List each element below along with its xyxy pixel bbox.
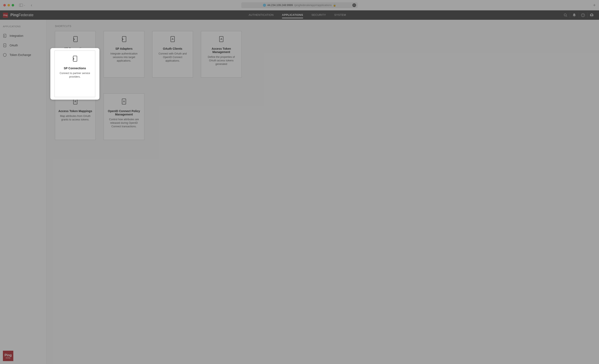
address-host: 44.234.109.248:9999 — [267, 4, 293, 7]
card-desc: Connect with OAuth and OpenID Connect ap… — [155, 52, 190, 62]
sidebar-heading: APPLICATIONS — [0, 24, 46, 31]
plus-icon: + — [593, 2, 596, 8]
sidebar-panel-icon — [19, 4, 23, 7]
card-desc: Connect to partner service providers. — [58, 71, 92, 79]
bell-icon — [573, 13, 576, 17]
sp-adapters-icon — [121, 36, 127, 42]
app-header: Ping PingFederate AUTHENTICATION APPLICA… — [0, 10, 599, 20]
maximize-window-icon[interactable] — [12, 4, 14, 7]
oauth-clients-icon: A — [170, 36, 176, 42]
card-desc: Control how attributes are released duri… — [107, 118, 141, 128]
nav-security[interactable]: SECURITY — [311, 12, 326, 18]
card-oauth-clients[interactable]: A OAuth Clients Connect with OAuth and O… — [152, 31, 193, 78]
sidebar-item-oauth[interactable]: A OAuth — [0, 41, 46, 50]
access-token-management-icon: A — [218, 36, 224, 42]
sidebar-toggle-button[interactable]: ⌄ — [19, 4, 25, 7]
svg-text:A: A — [74, 100, 76, 103]
header-icons: ? — [561, 12, 596, 18]
card-openid-connect-policy[interactable]: A OpenID Connect Policy Management Contr… — [104, 93, 144, 140]
minimize-window-icon[interactable] — [8, 4, 10, 7]
card-title: Access Token Management — [204, 47, 238, 54]
card-title: OAuth Clients — [163, 47, 182, 50]
nav-system[interactable]: SYSTEM — [334, 12, 346, 18]
address-menu-button[interactable]: ••• — [352, 3, 356, 7]
shortcuts-grid: SP Connections Connect to partner servic… — [55, 31, 591, 140]
svg-text:?: ? — [582, 14, 584, 17]
card-title: Access Token Mappings — [58, 109, 92, 113]
card-sp-adapters[interactable]: SP Adapters Integrate authentication ses… — [104, 31, 144, 78]
help-icon: ? — [581, 13, 585, 17]
sidebar: APPLICATIONS Integration A OAuth Token E… — [0, 20, 47, 364]
nav-authentication[interactable]: AUTHENTICATION — [248, 12, 273, 18]
address-bar[interactable]: 🌐 44.234.109.248:9999/pingfederate/app#/… — [241, 2, 358, 8]
token-exchange-icon — [3, 53, 7, 57]
sidebar-footer: Ping Identity. — [3, 351, 13, 361]
search-button[interactable] — [561, 12, 570, 18]
svg-text:A: A — [220, 38, 222, 41]
ellipsis-icon: ••• — [353, 4, 355, 6]
sp-connections-icon — [72, 36, 78, 42]
brand-logo: Ping — [3, 13, 8, 18]
svg-text:A: A — [123, 100, 125, 103]
sidebar-item-label: OAuth — [9, 44, 18, 47]
ping-badge-title: Ping — [5, 353, 12, 357]
svg-point-2 — [564, 14, 566, 16]
main-content: SHORTCUTS SP Connections Connect to part… — [47, 20, 599, 364]
card-sp-connections-highlighted[interactable]: SP Connections Connect to partner servic… — [54, 51, 95, 97]
chevron-down-icon: ⌄ — [24, 4, 25, 6]
back-button[interactable]: ‹ — [31, 3, 32, 8]
svg-text:A: A — [172, 38, 174, 41]
brand-name-light: Federate — [18, 13, 34, 17]
highlight-sp-connections: SP Connections Connect to partner servic… — [50, 48, 99, 100]
notifications-button[interactable] — [570, 12, 579, 18]
ping-badge-sub: Identity. — [6, 357, 11, 359]
card-access-token-management[interactable]: A Access Token Management Define the pro… — [201, 31, 242, 78]
search-icon — [564, 13, 567, 17]
oauth-icon: A — [3, 44, 7, 47]
svg-line-3 — [566, 16, 567, 17]
globe-icon: 🌐 — [263, 4, 266, 7]
section-heading-shortcuts: SHORTCUTS — [55, 25, 591, 28]
window-controls — [3, 4, 14, 7]
card-desc: Define the properties of OAuth access to… — [204, 55, 238, 66]
lock-icon: 🔒 — [333, 4, 336, 7]
nav-applications[interactable]: APPLICATIONS — [282, 12, 303, 18]
card-desc: Integrate authentication sessions into t… — [107, 52, 141, 62]
brand-name: PingFederate — [10, 13, 34, 17]
sidebar-item-label: Integration — [9, 34, 23, 37]
address-path: /pingfederate/app#/applications — [294, 4, 332, 7]
sp-connections-icon — [72, 55, 78, 62]
card-title: SP Adapters — [115, 47, 132, 50]
card-title: OpenID Connect Policy Management — [107, 109, 141, 116]
sidebar-item-token-exchange[interactable]: Token Exchange — [0, 50, 46, 60]
card-access-token-mappings[interactable]: A Access Token Mappings Map attributes f… — [55, 93, 96, 140]
browser-chrome: ⌄ ‹ 🌐 44.234.109.248:9999/pingfederate/a… — [0, 0, 599, 10]
user-icon — [590, 13, 594, 17]
account-button[interactable] — [587, 12, 596, 18]
ping-identity-badge: Ping Identity. — [3, 351, 13, 361]
openid-connect-policy-icon: A — [121, 98, 127, 104]
brand-name-bold: Ping — [10, 13, 18, 17]
svg-rect-0 — [19, 4, 23, 7]
svg-point-7 — [591, 14, 592, 15]
chevron-left-icon: ‹ — [31, 3, 32, 7]
card-desc: Map attributes from OAuth grants to acce… — [58, 114, 93, 122]
close-window-icon[interactable] — [3, 4, 6, 7]
svg-text:A: A — [4, 44, 5, 46]
integration-icon — [3, 34, 7, 38]
card-title: SP Connections — [64, 67, 86, 70]
sidebar-item-label: Token Exchange — [9, 53, 31, 57]
sidebar-item-integration[interactable]: Integration — [0, 31, 46, 41]
top-nav: AUTHENTICATION APPLICATIONS SECURITY SYS… — [248, 12, 346, 18]
new-tab-button[interactable]: + — [593, 2, 596, 8]
help-button[interactable]: ? — [579, 12, 587, 18]
